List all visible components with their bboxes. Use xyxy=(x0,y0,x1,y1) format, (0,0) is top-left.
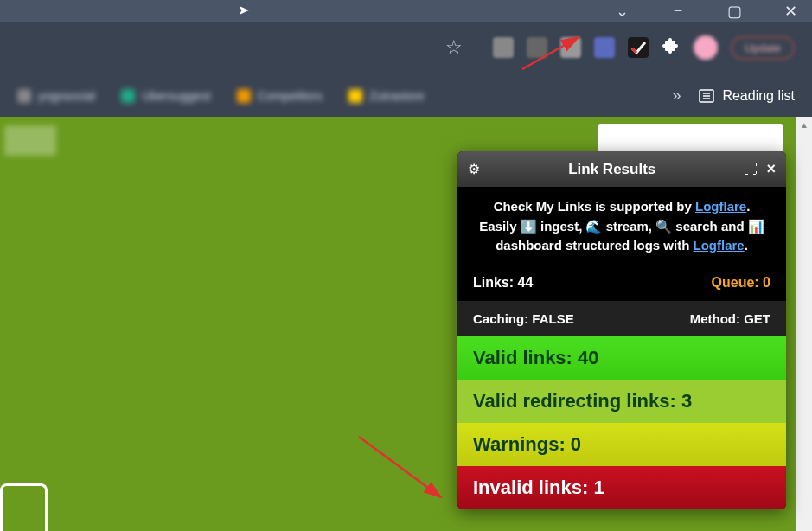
svg-rect-0 xyxy=(629,38,648,57)
maximize-button[interactable]: ▢ xyxy=(721,2,747,21)
redirecting-links-row[interactable]: Valid redirecting links: 3 xyxy=(457,380,786,423)
scrollbar[interactable]: ▲ xyxy=(796,117,812,531)
browser-toolbar: ☆ Update xyxy=(0,22,812,74)
panel-description: Check My Links is supported by Logflare.… xyxy=(473,197,770,256)
invalid-links-row[interactable]: Invalid links: 1 xyxy=(457,466,786,509)
warnings-row[interactable]: Warnings: 0 xyxy=(457,423,786,466)
profile-avatar[interactable] xyxy=(694,35,718,60)
bookmark-item[interactable]: Ubersuggest xyxy=(121,89,210,103)
method-value: Method: GET xyxy=(690,311,770,326)
reading-list-button[interactable]: Reading list xyxy=(698,87,795,105)
check-my-links-extension-icon[interactable] xyxy=(628,37,649,58)
queue-count: Queue: 0 xyxy=(712,275,770,291)
reading-list-icon xyxy=(698,87,715,105)
desc-text: . xyxy=(745,238,748,253)
desc-text: Check My Links is supported by xyxy=(494,199,695,214)
logflare-link[interactable]: Logflare xyxy=(694,238,745,253)
extensions-puzzle-icon[interactable] xyxy=(662,36,681,60)
panel-body: Check My Links is supported by Logflare.… xyxy=(457,187,786,301)
link-results-panel: ⚙ Link Results ⛶ × Check My Links is sup… xyxy=(457,151,786,509)
bookmarks-overflow-icon[interactable]: » xyxy=(672,86,681,105)
scroll-up-arrow[interactable]: ▲ xyxy=(796,117,812,132)
panel-title: Link Results xyxy=(480,161,744,178)
bookmark-label: yogosocial xyxy=(38,89,95,103)
bookmarks-bar: yogosocial Ubersuggest Competitors Zutra… xyxy=(0,74,812,117)
bookmark-label: Competitors xyxy=(258,89,323,103)
bookmark-label: Zutrastore xyxy=(369,89,425,103)
panel-header: ⚙ Link Results ⛶ × xyxy=(457,151,786,187)
expand-icon[interactable]: ⛶ xyxy=(744,162,758,177)
page-element xyxy=(0,483,48,531)
extension-icon-1[interactable] xyxy=(493,37,514,58)
caching-row: Caching: FALSE Method: GET xyxy=(457,301,786,336)
extension-icon-2[interactable] xyxy=(527,37,547,58)
titlebar-chevron[interactable]: ⌄ xyxy=(609,2,635,21)
page-element xyxy=(4,125,56,156)
bookmark-item[interactable]: Zutrastore xyxy=(348,89,425,103)
close-window-button[interactable]: ✕ xyxy=(777,2,803,21)
bookmark-item[interactable]: yogosocial xyxy=(17,89,95,103)
gear-icon[interactable]: ⚙ xyxy=(468,161,480,177)
extension-icon-4[interactable] xyxy=(594,37,615,58)
valid-links-row[interactable]: Valid links: 40 xyxy=(457,336,786,380)
logflare-link[interactable]: Logflare xyxy=(695,199,746,214)
extension-icon-3[interactable] xyxy=(560,37,581,58)
minimize-button[interactable]: − xyxy=(665,2,691,20)
bookmark-label: Ubersuggest xyxy=(142,89,210,103)
update-badge[interactable]: Update xyxy=(731,36,795,60)
bookmark-item[interactable]: Competitors xyxy=(237,89,323,103)
caching-value: Caching: FALSE xyxy=(473,311,574,326)
window-titlebar: ⌄ − ▢ ✕ xyxy=(0,0,812,22)
stats-row: Links: 44 Queue: 0 xyxy=(473,275,770,291)
close-icon[interactable]: × xyxy=(766,160,776,178)
bookmark-star-icon[interactable]: ☆ xyxy=(445,36,463,59)
desc-text: . xyxy=(746,199,750,214)
reading-list-label: Reading list xyxy=(722,88,795,104)
links-count: Links: 44 xyxy=(473,275,533,291)
